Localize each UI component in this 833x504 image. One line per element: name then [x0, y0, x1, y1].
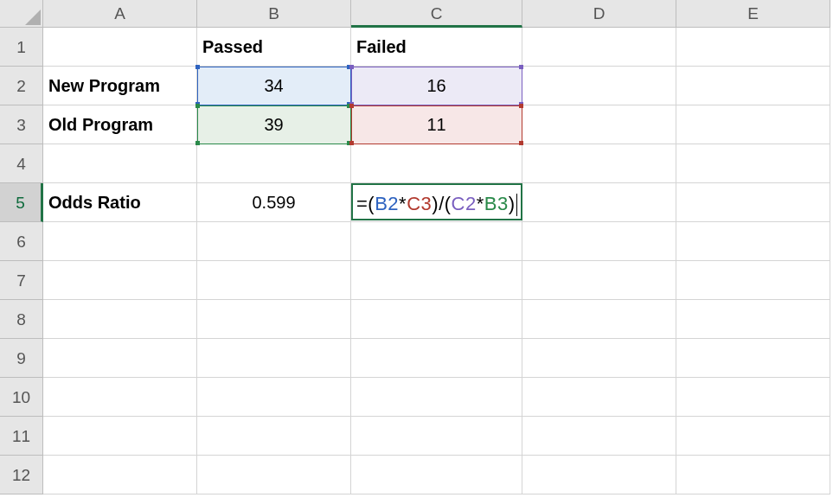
cell-B12[interactable]	[197, 456, 351, 494]
cell-A9[interactable]	[43, 339, 197, 378]
cell-C8[interactable]	[351, 300, 522, 339]
select-all-corner[interactable]	[0, 0, 43, 28]
cell-B7[interactable]	[197, 261, 351, 300]
cell-A2[interactable]: New Program	[43, 67, 197, 105]
cell-B6[interactable]	[197, 222, 351, 261]
cell-C10[interactable]	[351, 378, 522, 417]
cell-A12[interactable]	[43, 456, 197, 494]
formula-edit-box[interactable]: =(B2*C3)/(C2*B3)	[351, 183, 522, 220]
formula-token-B3: B3	[484, 193, 509, 214]
cell-D6[interactable]	[522, 222, 676, 261]
cell-B11[interactable]	[197, 417, 351, 456]
row-header-3[interactable]: 3	[0, 105, 43, 144]
col-header-C[interactable]: C	[351, 0, 522, 28]
cell-D5[interactable]	[522, 183, 676, 222]
cell-D1[interactable]	[522, 28, 676, 67]
row-header-5[interactable]: 5	[0, 183, 43, 222]
cell-C3[interactable]: 11	[351, 105, 522, 144]
cell-D3[interactable]	[522, 105, 676, 144]
cell-A8[interactable]	[43, 300, 197, 339]
cell-D10[interactable]	[522, 378, 676, 417]
col-header-D[interactable]: D	[522, 0, 676, 28]
row-header-7[interactable]: 7	[0, 261, 43, 300]
spreadsheet-grid: A B C D E 1 Passed Failed 2 New Program …	[0, 0, 833, 494]
svg-marker-0	[25, 10, 41, 25]
cell-D12[interactable]	[522, 456, 676, 494]
cell-D4[interactable]	[522, 144, 676, 183]
formula-token-eq: =	[356, 193, 368, 214]
formula-token-rparen: )	[432, 193, 439, 214]
cell-C1[interactable]: Failed	[351, 28, 522, 67]
col-header-B[interactable]: B	[197, 0, 351, 28]
cell-D11[interactable]	[522, 417, 676, 456]
cell-E3[interactable]	[676, 105, 830, 144]
cell-C12[interactable]	[351, 456, 522, 494]
cell-E10[interactable]	[676, 378, 830, 417]
row-header-2[interactable]: 2	[0, 67, 43, 105]
cell-A11[interactable]	[43, 417, 197, 456]
cell-A4[interactable]	[43, 144, 197, 183]
formula-token-C2: C2	[452, 193, 477, 214]
formula-token-star2: *	[477, 193, 484, 214]
cell-C6[interactable]	[351, 222, 522, 261]
cell-E12[interactable]	[676, 456, 830, 494]
cell-D2[interactable]	[522, 67, 676, 105]
cell-E2[interactable]	[676, 67, 830, 105]
cell-A1[interactable]	[43, 28, 197, 67]
cell-E8[interactable]	[676, 300, 830, 339]
row-header-8[interactable]: 8	[0, 300, 43, 339]
row-header-6[interactable]: 6	[0, 222, 43, 261]
formula-token-C3: C3	[407, 193, 432, 214]
formula-token-lparen: (	[368, 193, 375, 214]
cell-E6[interactable]	[676, 222, 830, 261]
cell-D7[interactable]	[522, 261, 676, 300]
col-header-A[interactable]: A	[43, 0, 197, 28]
cell-A5[interactable]: Odds Ratio	[43, 183, 197, 222]
cell-C5[interactable]: =(B2*C3)/(C2*B3)	[351, 183, 522, 222]
select-all-triangle-icon	[25, 10, 41, 25]
cell-E9[interactable]	[676, 339, 830, 378]
cell-E11[interactable]	[676, 417, 830, 456]
cell-A6[interactable]	[43, 222, 197, 261]
cell-C4[interactable]	[351, 144, 522, 183]
cell-A10[interactable]	[43, 378, 197, 417]
cell-B4[interactable]	[197, 144, 351, 183]
cell-B2[interactable]: 34	[197, 67, 351, 105]
cell-B10[interactable]	[197, 378, 351, 417]
cell-D8[interactable]	[522, 300, 676, 339]
formula-token-slash: /	[439, 193, 445, 214]
cell-E7[interactable]	[676, 261, 830, 300]
row-header-11[interactable]: 11	[0, 417, 43, 456]
row-header-12[interactable]: 12	[0, 456, 43, 494]
cell-B9[interactable]	[197, 339, 351, 378]
cell-C2[interactable]: 16	[351, 67, 522, 105]
cell-B5[interactable]: 0.599	[197, 183, 351, 222]
col-header-E[interactable]: E	[676, 0, 830, 28]
cell-E1[interactable]	[676, 28, 830, 67]
formula-token-lparen2: (	[445, 193, 452, 214]
formula-token-star: *	[399, 193, 407, 214]
cell-D9[interactable]	[522, 339, 676, 378]
cell-C11[interactable]	[351, 417, 522, 456]
row-header-4[interactable]: 4	[0, 144, 43, 183]
cell-A7[interactable]	[43, 261, 197, 300]
cell-C7[interactable]	[351, 261, 522, 300]
cell-B3[interactable]: 39	[197, 105, 351, 144]
formula-token-B2: B2	[375, 193, 399, 214]
cell-B8[interactable]	[197, 300, 351, 339]
cell-E5[interactable]	[676, 183, 830, 222]
formula-token-rparen2: )	[509, 193, 516, 214]
cell-B1[interactable]: Passed	[197, 28, 351, 67]
cell-A3[interactable]: Old Program	[43, 105, 197, 144]
row-header-10[interactable]: 10	[0, 378, 43, 417]
row-header-9[interactable]: 9	[0, 339, 43, 378]
cell-E4[interactable]	[676, 144, 830, 183]
cell-C9[interactable]	[351, 339, 522, 378]
row-header-1[interactable]: 1	[0, 28, 43, 67]
text-cursor-icon	[516, 194, 517, 216]
